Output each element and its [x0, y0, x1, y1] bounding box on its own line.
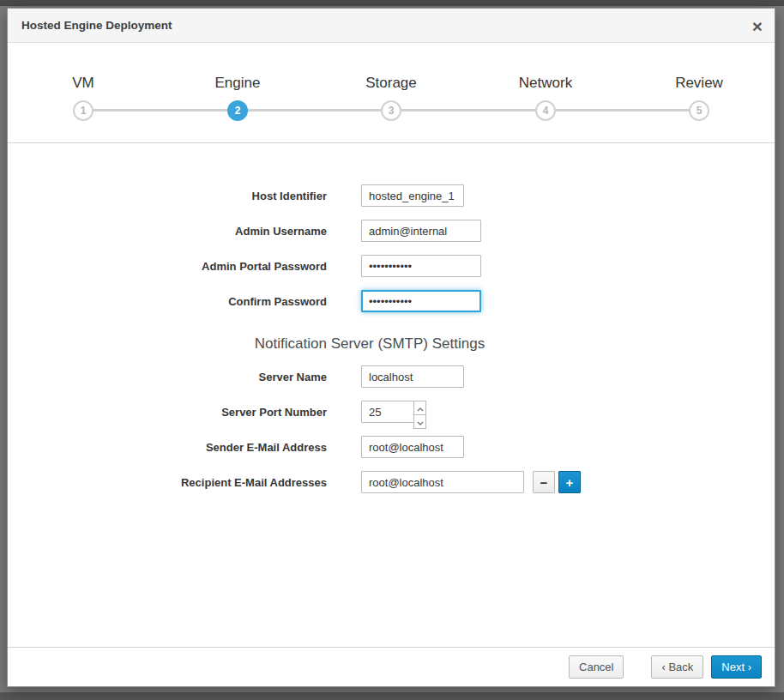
- form-row-host-identifier: Host Identifier: [8, 184, 775, 207]
- back-button[interactable]: ‹ Back: [651, 655, 703, 679]
- smtp-settings-heading: Notification Server (SMTP) Settings: [172, 335, 567, 353]
- server-port-label: Server Port Number: [8, 406, 327, 419]
- chevron-down-icon: [417, 415, 424, 428]
- wizard-step-number: 3: [381, 100, 401, 121]
- port-increment-button[interactable]: [413, 401, 426, 415]
- wizard-step-number: 1: [73, 100, 93, 121]
- confirm-password-input[interactable]: [361, 290, 481, 312]
- wizard-step-label: VM: [23, 75, 143, 92]
- remove-recipient-button[interactable]: −: [533, 471, 555, 493]
- confirm-password-label: Confirm Password: [8, 295, 327, 308]
- cancel-button[interactable]: Cancel: [569, 655, 624, 679]
- wizard-step-number: 5: [689, 100, 709, 121]
- server-port-input[interactable]: [361, 401, 414, 423]
- host-identifier-input[interactable]: [361, 184, 464, 207]
- admin-portal-password-input[interactable]: [361, 255, 481, 277]
- admin-username-label: Admin Username: [8, 225, 327, 238]
- add-recipient-button[interactable]: +: [558, 471, 581, 493]
- wizard-step-label: Storage: [331, 75, 451, 92]
- backdrop-top-band: [0, 0, 784, 6]
- dialog-titlebar: Hosted Engine Deployment ×: [8, 9, 775, 43]
- host-identifier-label: Host Identifier: [8, 190, 327, 202]
- server-name-input[interactable]: [361, 365, 464, 388]
- form-row-recipient-email: Recipient E-Mail Addresses − +: [8, 471, 775, 493]
- wizard-step-vm[interactable]: VM 1: [23, 75, 143, 121]
- wizard-step-engine[interactable]: Engine 2: [178, 75, 298, 121]
- form-row-confirm-password: Confirm Password: [8, 290, 775, 312]
- sender-email-input[interactable]: [361, 436, 464, 458]
- form-row-server-name: Server Name: [8, 365, 775, 388]
- wizard-step-label: Engine: [178, 75, 298, 92]
- wizard-step-indicator: VM 1 Engine 2 Storage 3 Network 4 Review…: [8, 43, 775, 143]
- chevron-up-icon: [417, 401, 424, 414]
- wizard-step-review[interactable]: Review 5: [639, 75, 759, 121]
- port-decrement-button[interactable]: [413, 414, 426, 429]
- server-port-spinner: [413, 401, 426, 423]
- hosted-engine-deployment-dialog: Hosted Engine Deployment × VM 1 Engine 2…: [7, 8, 775, 687]
- wizard-step-number: 2: [227, 100, 248, 121]
- server-name-label: Server Name: [8, 371, 327, 383]
- next-button[interactable]: Next ›: [711, 655, 762, 679]
- dialog-footer: Cancel ‹ Back Next ›: [8, 647, 775, 686]
- admin-portal-password-label: Admin Portal Password: [8, 260, 327, 273]
- form-row-admin-portal-password: Admin Portal Password: [8, 255, 775, 277]
- sender-email-label: Sender E-Mail Address: [8, 441, 327, 454]
- close-icon[interactable]: ×: [752, 9, 763, 43]
- form-row-admin-username: Admin Username: [8, 220, 775, 242]
- form-row-sender-email: Sender E-Mail Address: [8, 436, 775, 458]
- form-row-server-port: Server Port Number: [8, 401, 775, 423]
- recipient-email-label: Recipient E-Mail Addresses: [8, 476, 327, 489]
- wizard-step-number: 4: [535, 100, 556, 121]
- wizard-step-storage[interactable]: Storage 3: [331, 75, 451, 121]
- engine-settings-form: Host Identifier Admin Username Admin Por…: [8, 143, 775, 493]
- dialog-title: Hosted Engine Deployment: [8, 9, 775, 42]
- backdrop-bottom-band: [0, 692, 784, 700]
- wizard-step-network[interactable]: Network 4: [485, 75, 606, 121]
- wizard-step-label: Network: [485, 75, 606, 92]
- recipient-email-input[interactable]: [361, 471, 524, 493]
- admin-username-input[interactable]: [361, 220, 481, 242]
- wizard-step-label: Review: [639, 75, 759, 92]
